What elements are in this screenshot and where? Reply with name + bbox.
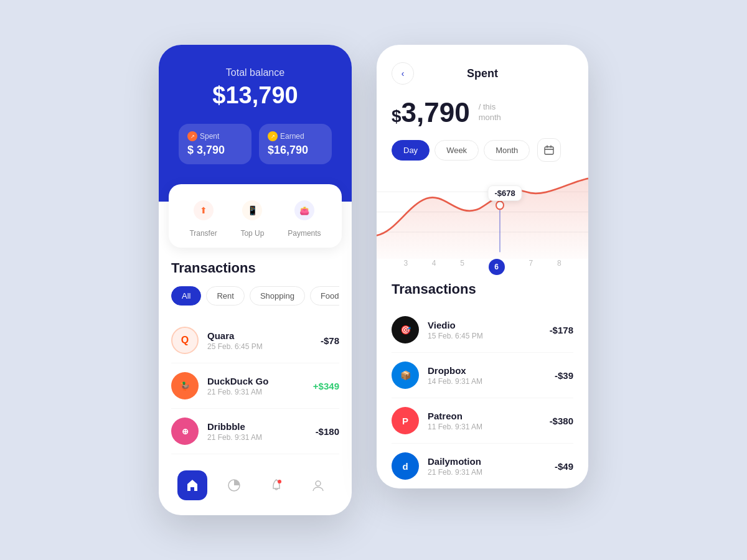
quara-info: Quara 25 Feb. 6:45 PM: [207, 330, 312, 351]
spent-amount-row: $ 3,790 / thismonth: [377, 95, 588, 138]
left-phone: Total balance $13,790 ↗ Spent $ 3,790 ↗ …: [159, 45, 352, 515]
table-row: 🦆 DuckDuck Go 21 Feb. 9:31 AM +$349: [171, 363, 339, 409]
table-row: P Patreon 11 Feb. 9:31 AM -$380: [392, 398, 573, 444]
nav-user[interactable]: [303, 470, 333, 500]
transfer-label: Transfer: [189, 229, 217, 238]
duckduck-avatar: 🦆: [171, 372, 199, 399]
quara-name: Quara: [207, 330, 312, 341]
dollar-sign: $: [392, 106, 402, 126]
viedio-name: Viedio: [428, 320, 541, 330]
patreon-avatar: P: [392, 407, 419, 434]
table-row: 📦 Dropbox 14 Feb. 9:31 AM -$39: [392, 353, 573, 398]
spent-amount: $ 3,790: [187, 144, 243, 157]
right-transactions-title: Transactions: [392, 281, 573, 297]
transaction-list: Q Quara 25 Feb. 6:45 PM -$78 🦆 DuckDuck …: [171, 318, 339, 454]
duckduck-name: DuckDuck Go: [207, 376, 304, 386]
app-container: Total balance $13,790 ↗ Spent $ 3,790 ↗ …: [159, 45, 588, 515]
table-row: ⊕ Dribbble 21 Feb. 9:31 AM -$180: [171, 409, 339, 454]
right-header: ‹ Spent: [377, 45, 588, 95]
dropbox-amount: -$39: [555, 370, 573, 381]
right-transaction-list: 🎯 Viedio 15 Feb. 6:45 PM -$178 📦 Dropbox…: [392, 307, 573, 488]
x-label-4: 4: [432, 259, 436, 275]
dribbble-avatar: ⊕: [171, 418, 199, 445]
patreon-date: 11 Feb. 9:31 AM: [428, 422, 541, 431]
filter-month[interactable]: Month: [484, 140, 530, 161]
filter-shopping[interactable]: Shopping: [250, 286, 305, 306]
transfer-action[interactable]: ⬆ Transfer: [189, 197, 217, 238]
quara-amount: -$78: [321, 335, 339, 346]
patreon-amount: -$380: [550, 416, 573, 426]
topup-action[interactable]: 📱 Top Up: [238, 197, 266, 238]
earned-label: ↗ Earned: [268, 131, 323, 141]
dailymotion-info: Dailymotion 21 Feb. 9:31 AM: [428, 456, 546, 477]
chart-area: -$678 3 4 5 6 7 8: [377, 172, 588, 271]
table-row: d Dailymotion 21 Feb. 9:31 AM -$49: [392, 444, 573, 488]
spending-chart: [377, 172, 588, 259]
transfer-icon: ⬆: [190, 197, 217, 224]
duckduck-date: 21 Feb. 9:31 AM: [207, 388, 304, 396]
calendar-button[interactable]: [537, 138, 561, 162]
payments-action[interactable]: 👛 Payments: [288, 197, 321, 238]
dribbble-info: Dribbble 21 Feb. 9:31 AM: [207, 421, 307, 442]
viedio-amount: -$178: [550, 325, 573, 335]
svg-point-13: [496, 201, 504, 209]
dailymotion-amount: -$49: [555, 461, 573, 472]
duckduck-info: DuckDuck Go 21 Feb. 9:31 AM: [207, 376, 304, 396]
svg-text:👛: 👛: [299, 205, 310, 216]
filter-week[interactable]: Week: [435, 140, 479, 161]
nav-bell[interactable]: [261, 470, 291, 500]
svg-text:⬆: ⬆: [200, 205, 207, 215]
right-body: Transactions 🎯 Viedio 15 Feb. 6:45 PM -$…: [377, 271, 588, 488]
x-label-5: 5: [460, 259, 464, 275]
filter-all[interactable]: All: [171, 286, 201, 306]
topup-icon: 📱: [238, 197, 266, 224]
payments-icon: 👛: [291, 197, 318, 224]
patreon-name: Patreon: [428, 411, 541, 421]
time-filter: Day Week Month: [377, 138, 588, 172]
x-label-6: 6: [489, 259, 505, 275]
spent-card: ↗ Spent $ 3,790: [179, 124, 251, 164]
duckduck-amount: +$349: [313, 381, 339, 391]
left-header: Total balance $13,790 ↗ Spent $ 3,790 ↗ …: [159, 45, 352, 202]
filter-day[interactable]: Day: [392, 140, 430, 161]
x-label-8: 8: [557, 259, 561, 275]
bottom-nav: [159, 460, 352, 515]
table-row: 🎯 Viedio 15 Feb. 6:45 PM -$178: [392, 307, 573, 353]
dailymotion-date: 21 Feb. 9:31 AM: [428, 468, 546, 477]
quick-actions: ⬆ Transfer 📱 Top Up 👛: [169, 184, 342, 248]
filter-rent[interactable]: Rent: [206, 286, 244, 306]
dailymotion-avatar: d: [392, 452, 419, 480]
earned-card: ↗ Earned $16,790: [259, 124, 332, 164]
viedio-date: 15 Feb. 6:45 PM: [428, 332, 541, 340]
spent-big-amount: $ 3,790: [392, 97, 470, 128]
nav-home[interactable]: [177, 470, 207, 500]
filter-food[interactable]: Food: [310, 286, 339, 306]
quara-avatar: Q: [171, 327, 199, 354]
right-phone: ‹ Spent $ 3,790 / thismonth Day Week Mon…: [377, 45, 588, 488]
earned-amount: $16,790: [268, 144, 323, 157]
x-label-7: 7: [529, 259, 533, 275]
nav-chart[interactable]: [219, 470, 249, 500]
total-balance-amount: $13,790: [176, 82, 334, 109]
topup-label: Top Up: [240, 229, 264, 238]
total-balance-label: Total balance: [176, 67, 334, 78]
svg-point-7: [278, 480, 281, 483]
payments-label: Payments: [288, 229, 321, 238]
transactions-title: Transactions: [171, 260, 339, 276]
chart-tooltip: -$678: [487, 185, 522, 201]
back-button[interactable]: ‹: [392, 62, 414, 85]
svg-point-8: [316, 481, 321, 486]
patreon-info: Patreon 11 Feb. 9:31 AM: [428, 411, 541, 431]
spent-amount-display: $ 3,790 / thismonth: [392, 97, 573, 128]
dailymotion-name: Dailymotion: [428, 456, 546, 467]
x-label-3: 3: [403, 259, 408, 275]
spent-period: / thismonth: [479, 102, 501, 123]
left-body: Transactions All Rent Shopping Food He Q…: [159, 248, 352, 454]
viedio-avatar: 🎯: [392, 316, 419, 343]
table-row: Q Quara 25 Feb. 6:45 PM -$78: [171, 318, 339, 363]
dribbble-amount: -$180: [316, 426, 339, 437]
dropbox-name: Dropbox: [428, 365, 546, 376]
balance-cards: ↗ Spent $ 3,790 ↗ Earned $16,790: [176, 124, 334, 164]
dribbble-date: 21 Feb. 9:31 AM: [207, 433, 307, 442]
spent-arrow-icon: ↗: [187, 131, 197, 141]
